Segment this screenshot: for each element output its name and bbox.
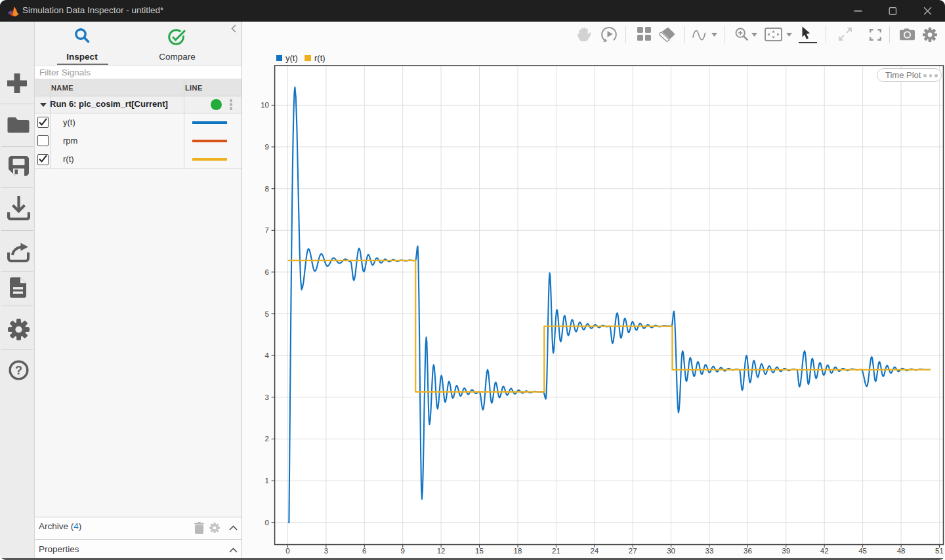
svg-text:33: 33: [705, 547, 714, 555]
svg-text:0: 0: [265, 519, 269, 527]
svg-text:0: 0: [285, 547, 289, 555]
svg-text:9: 9: [400, 547, 404, 555]
svg-text:18: 18: [514, 547, 522, 555]
svg-text:27: 27: [629, 547, 637, 555]
svg-text:3: 3: [324, 547, 328, 555]
svg-text:15: 15: [475, 547, 484, 555]
svg-text:39: 39: [782, 547, 790, 555]
svg-text:24: 24: [590, 547, 598, 555]
svg-text:4: 4: [265, 351, 270, 359]
svg-text:8: 8: [265, 185, 269, 193]
svg-text:1: 1: [265, 477, 269, 485]
svg-text:48: 48: [897, 547, 906, 555]
svg-text:5: 5: [265, 310, 269, 318]
svg-text:45: 45: [858, 547, 867, 555]
svg-text:9: 9: [265, 143, 269, 151]
svg-text:30: 30: [667, 547, 675, 555]
svg-text:21: 21: [552, 547, 560, 555]
svg-text:51: 51: [935, 547, 944, 555]
svg-text:6: 6: [362, 547, 366, 555]
svg-text:2: 2: [265, 435, 269, 443]
svg-text:42: 42: [820, 547, 829, 555]
svg-text:7: 7: [265, 226, 269, 234]
svg-text:?: ?: [15, 363, 22, 376]
svg-text:3: 3: [265, 393, 269, 401]
svg-text:10: 10: [261, 101, 269, 109]
svg-text:36: 36: [744, 547, 752, 555]
svg-text:6: 6: [265, 268, 269, 276]
svg-text:12: 12: [437, 547, 446, 555]
